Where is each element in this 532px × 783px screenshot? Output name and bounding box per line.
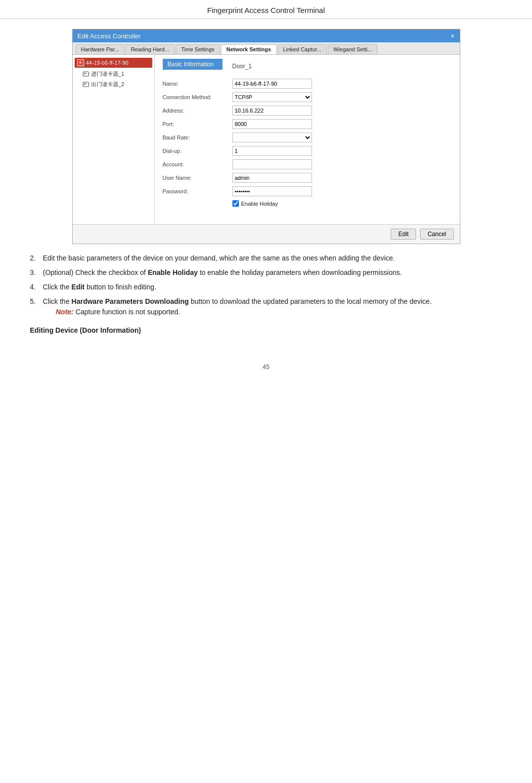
step-5-number: 5. — [30, 296, 43, 307]
step-5-bold-hardware-params: Hardware Parameters Downloading — [72, 297, 189, 305]
step-5: 5. Click the Hardware Parameters Downloa… — [30, 296, 502, 317]
tree-root-label: 44-19-b6-ff-17-90 — [86, 60, 128, 66]
label-port: Port: — [163, 121, 232, 127]
step-4: 4. Click the Edit button to finish editi… — [30, 282, 502, 292]
dialog-form-panel: Basic Information Door_1 Name: Connectio… — [155, 55, 460, 224]
label-password: Password: — [163, 188, 232, 194]
tab-time-settings[interactable]: Time Settings — [176, 44, 220, 54]
note-word: Note: — [56, 308, 74, 316]
card-reader-icon-2 — [83, 81, 89, 88]
dialog-footer: Edit Cancel — [73, 224, 460, 244]
dialog-close-button[interactable]: × — [450, 32, 454, 40]
form-row-address: Address: — [163, 106, 452, 116]
tab-hardware-par[interactable]: Hardware Par... — [76, 44, 124, 54]
dialog-body: + 44-19-b6-ff-17-90 进门读卡器_1 出门读卡器_2 — [73, 55, 460, 224]
steps-list: 2. Edit the basic parameters of the devi… — [30, 253, 502, 317]
form-row-enable-holiday: Enable Holiday — [232, 200, 452, 207]
form-door-label: Door_1 — [232, 63, 252, 70]
input-dial-up[interactable] — [232, 146, 312, 156]
form-row-connection: Connection Method: TCP/IP — [163, 92, 452, 102]
form-header-row: Basic Information Door_1 — [163, 59, 452, 74]
form-row-port: Port: — [163, 119, 452, 129]
select-baud-rate[interactable] — [232, 132, 312, 142]
tree-child-1[interactable]: 进门读卡器_1 — [75, 69, 152, 79]
page-number: 45 — [0, 363, 532, 371]
form-row-password: Password: — [163, 186, 452, 196]
input-password[interactable] — [232, 186, 312, 196]
step-3-text: (Optional) Check the checkbox of Enable … — [43, 267, 502, 278]
step-2-text: Edit the basic parameters of the device … — [43, 253, 502, 263]
form-section-title: Basic Information — [163, 59, 222, 70]
dialog-screenshot: Edit Access Controller × Hardware Par...… — [72, 29, 460, 244]
svg-rect-3 — [84, 83, 86, 85]
cancel-button[interactable]: Cancel — [420, 229, 453, 240]
dialog-tabs: Hardware Par... Reading Hard... Time Set… — [73, 42, 460, 55]
card-reader-icon-1 — [83, 71, 89, 77]
note-line: Note: Capture function is not supported. — [56, 308, 180, 316]
step-4-text: Click the Edit button to finish editing. — [43, 282, 502, 292]
label-username: User Name: — [163, 175, 232, 181]
select-connection-method[interactable]: TCP/IP — [232, 92, 312, 102]
label-dial-up: Dial-up: — [163, 148, 232, 154]
tree-root-item[interactable]: + 44-19-b6-ff-17-90 — [75, 58, 152, 68]
step-3: 3. (Optional) Check the checkbox of Enab… — [30, 267, 502, 278]
input-account[interactable] — [232, 159, 312, 169]
label-account: Account: — [163, 161, 232, 167]
tab-network-settings[interactable]: Network Settings — [221, 44, 277, 54]
note-text: Capture function is not supported. — [74, 308, 180, 316]
form-row-account: Account: — [163, 159, 452, 169]
form-row-name: Name: — [163, 79, 452, 89]
input-name[interactable] — [232, 79, 312, 89]
input-username[interactable] — [232, 173, 312, 183]
label-address: Address: — [163, 108, 232, 114]
input-port[interactable] — [232, 119, 312, 129]
tree-child-2[interactable]: 出门读卡器_2 — [75, 79, 152, 90]
dialog-titlebar: Edit Access Controller × — [73, 29, 460, 42]
form-row-baud-rate: Baud Rate: — [163, 132, 452, 142]
label-enable-holiday: Enable Holiday — [241, 201, 278, 207]
tab-reading-hard[interactable]: Reading Hard... — [125, 44, 175, 54]
tab-wiegand-setti[interactable]: Wiegand Setti... — [328, 44, 378, 54]
tree-root-icon: + — [77, 59, 84, 66]
step-4-number: 4. — [30, 282, 43, 292]
checkbox-enable-holiday[interactable] — [232, 200, 239, 207]
step-2: 2. Edit the basic parameters of the devi… — [30, 253, 502, 263]
page-title: Fingerprint Access Control Terminal — [0, 0, 532, 19]
dialog-tree: + 44-19-b6-ff-17-90 进门读卡器_1 出门读卡器_2 — [73, 55, 155, 224]
label-name: Name: — [163, 81, 232, 87]
step-4-bold-edit: Edit — [72, 283, 85, 291]
editing-device-door-info-heading: Editing Device (Door Information) — [30, 326, 502, 334]
input-address[interactable] — [232, 106, 312, 116]
tab-linked-captur[interactable]: Linked Captur... — [278, 44, 327, 54]
step-5-text: Click the Hardware Parameters Downloadin… — [43, 296, 502, 317]
step-3-number: 3. — [30, 267, 43, 278]
svg-rect-1 — [84, 73, 86, 74]
tree-child-2-label: 出门读卡器_2 — [91, 81, 124, 88]
step-3-bold-enable-holiday: Enable Holiday — [148, 268, 198, 276]
step-2-number: 2. — [30, 253, 43, 263]
label-connection-method: Connection Method: — [163, 94, 232, 100]
dialog-title: Edit Access Controller — [78, 32, 141, 40]
form-row-username: User Name: — [163, 173, 452, 183]
tree-child-1-label: 进门读卡器_1 — [91, 70, 124, 78]
form-row-dial-up: Dial-up: — [163, 146, 452, 156]
label-baud-rate: Baud Rate: — [163, 134, 232, 140]
edit-button[interactable]: Edit — [391, 229, 416, 240]
